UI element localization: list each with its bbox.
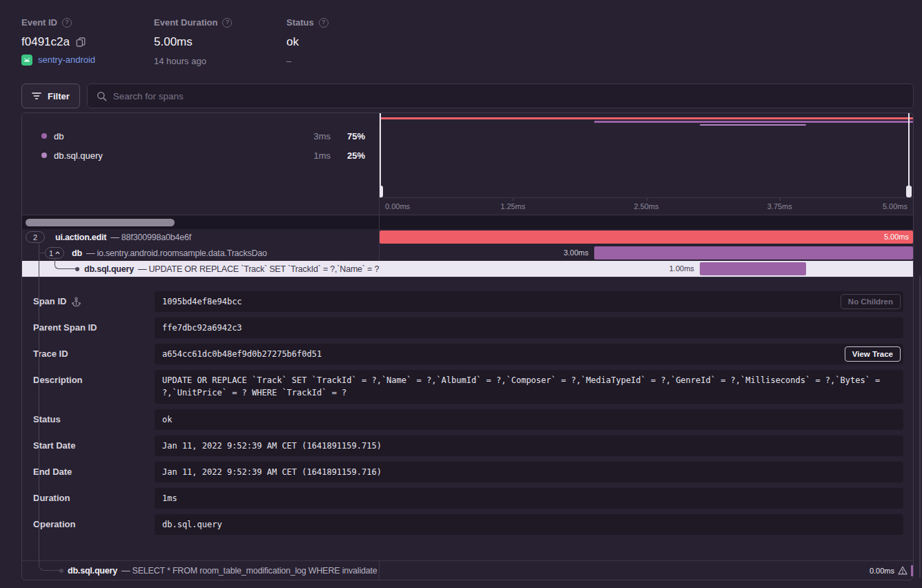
help-icon[interactable]: ?	[319, 18, 328, 28]
axis-tick-label: 5.00ms	[883, 202, 908, 210]
detail-row-start-date: Start Date Jan 11, 2022 9:52:39 AM CET (…	[33, 435, 903, 456]
view-trace-button[interactable]: View Trace	[845, 346, 901, 362]
zero-duration-bar	[911, 565, 913, 576]
detail-row-description: Description UPDATE OR REPLACE `Track` SE…	[33, 370, 903, 404]
trace-view-panel: db 3ms 75% db.sql.query 1ms 25% 0.00ms 1…	[21, 112, 914, 580]
span-duration: 3.00ms	[564, 245, 589, 261]
breakdown-row-db[interactable]: db 3ms 75%	[22, 126, 379, 146]
description-value: UPDATE OR REPLACE `Track` SET `TrackId` …	[155, 370, 903, 404]
warning-icon	[898, 566, 908, 575]
parent-span-id-value: ffe7dbc92a6942c3	[155, 317, 903, 338]
detail-row-end-date: End Date Jan 11, 2022 9:52:39 AM CET (16…	[33, 462, 903, 482]
event-duration-value: 5.00ms	[154, 35, 286, 49]
minimap-left-handle[interactable]	[380, 113, 381, 197]
span-row-db-sql-query-select[interactable]: db.sql.query — SELECT * FROM room_table_…	[22, 560, 913, 580]
children-count-pill[interactable]: 2	[26, 231, 45, 243]
status-label: Status?	[286, 17, 419, 28]
span-detail-panel: Span ID 1095bd4ef8e94bcc No Children Par…	[22, 277, 913, 560]
start-date-value: Jan 11, 2022 9:52:39 AM CET (1641891159.…	[155, 435, 903, 456]
trace-minimap[interactable]	[380, 113, 913, 197]
no-children-button[interactable]: No Children	[841, 294, 901, 309]
help-icon[interactable]: ?	[222, 18, 232, 28]
axis-tick-label: 1.25ms	[500, 202, 525, 210]
axis-tick-label: 0.00ms	[385, 202, 410, 210]
search-icon	[97, 91, 107, 101]
status-detail-value: ok	[155, 409, 903, 430]
project-link[interactable]: sentry-android	[21, 54, 154, 66]
op-duration: 3ms	[299, 131, 331, 141]
span-search[interactable]	[87, 84, 914, 108]
span-row-db-sql-query-selected[interactable]: db.sql.query — UPDATE OR REPLACE `Track`…	[22, 261, 913, 277]
span-bar[interactable]	[380, 231, 913, 244]
span-bar[interactable]	[594, 246, 913, 259]
minimap-span-line	[700, 124, 807, 126]
detail-row-operation: Operation db.sql.query	[33, 514, 903, 535]
axis-spacer	[22, 197, 380, 215]
event-header: Event ID? f0491c2a sentry-android Event …	[0, 0, 922, 68]
operation-value: db.sql.query	[155, 514, 903, 535]
event-duration-ago: 14 hours ago	[154, 56, 286, 68]
status-value: ok	[286, 35, 419, 49]
op-percent: 25%	[340, 150, 365, 161]
time-axis: 0.00ms 1.25ms 2.50ms 3.75ms 5.00ms	[380, 197, 913, 215]
filter-button[interactable]: Filter	[21, 84, 80, 108]
event-id-label: Event ID?	[21, 17, 154, 28]
status-sub: –	[286, 56, 419, 68]
detail-row-trace-id: Trace ID a654cc61dc0b48ef9d0b27275b6f0d5…	[33, 344, 903, 364]
trace-id-value: a654cc61dc0b48ef9d0b27275b6f0d51 View Tr…	[155, 344, 903, 364]
event-id-value: f0491c2a	[21, 35, 70, 49]
axis-tick-label: 3.75ms	[767, 202, 792, 210]
span-duration: 5.00ms	[884, 229, 909, 245]
detail-row-span-id: Span ID 1095bd4ef8e94bcc No Children	[33, 291, 903, 312]
op-color-dot	[41, 133, 47, 139]
op-color-dot	[41, 153, 47, 158]
detail-row-status: Status ok	[33, 409, 903, 430]
span-duration: 1.00ms	[669, 261, 694, 277]
tree-horizontal-scrollbar[interactable]	[22, 215, 380, 229]
span-id-value: 1095bd4ef8e94bcc No Children	[155, 291, 903, 312]
end-date-value: Jan 11, 2022 9:52:39 AM CET (1641891159.…	[155, 462, 903, 482]
event-duration-column: Event Duration? 5.00ms 14 hours ago	[154, 17, 286, 68]
search-input[interactable]	[113, 91, 904, 101]
minimap-span-line	[594, 121, 913, 123]
op-percent: 75%	[340, 131, 365, 141]
event-duration-label: Event Duration?	[154, 17, 286, 28]
minimap-right-handle[interactable]	[908, 113, 910, 197]
detail-row-duration: Duration 1ms	[33, 488, 903, 509]
copy-icon[interactable]	[76, 37, 86, 47]
status-column: Status? ok –	[286, 17, 419, 68]
event-id-column: Event ID? f0491c2a sentry-android	[21, 17, 154, 68]
op-duration: 1ms	[299, 150, 331, 161]
toolbar: Filter	[21, 84, 914, 108]
details-vertical-scrollbar[interactable]	[919, 276, 921, 578]
operations-breakdown: db 3ms 75% db.sql.query 1ms 25%	[22, 113, 380, 197]
span-bar[interactable]	[700, 262, 807, 275]
anchor-icon[interactable]	[72, 297, 81, 306]
children-count-pill[interactable]: 1	[45, 247, 64, 259]
span-row-db[interactable]: 1 db — io.sentry.android.roomsample.data…	[22, 245, 913, 261]
filter-icon	[32, 92, 41, 100]
span-duration: 0.00ms	[870, 567, 894, 575]
axis-tick-label: 2.50ms	[634, 202, 658, 210]
help-icon[interactable]: ?	[62, 18, 72, 28]
span-row-ui-action-edit[interactable]: 2 ui.action.edit — 88f300998a0b4e6f 5.00…	[22, 229, 913, 245]
scrollbar-thumb[interactable]	[26, 219, 175, 226]
detail-row-parent-span-id: Parent Span ID ffe7dbc92a6942c3	[33, 317, 903, 338]
minimap-span-line	[380, 117, 913, 119]
breakdown-row-db-sql-query[interactable]: db.sql.query 1ms 25%	[22, 146, 379, 165]
android-project-icon	[21, 55, 32, 66]
duration-value: 1ms	[155, 488, 903, 509]
